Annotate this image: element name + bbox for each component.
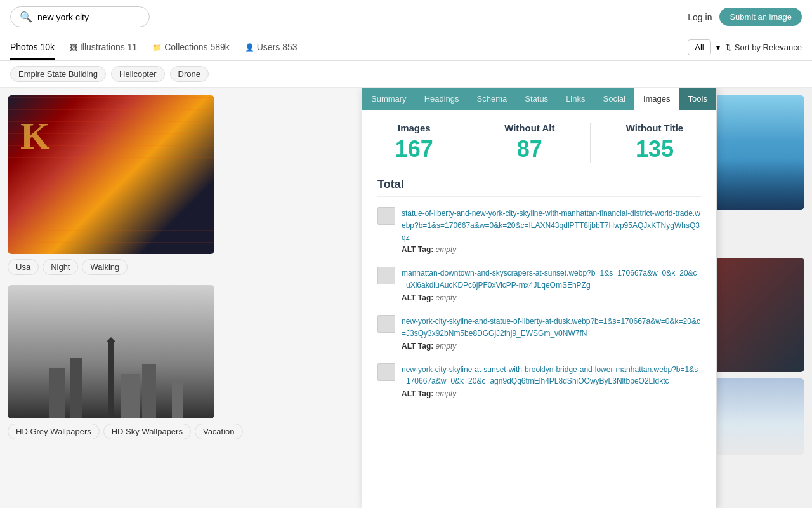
- login-link[interactable]: Log in: [688, 12, 712, 22]
- alt-value: empty: [436, 342, 457, 351]
- users-icon: 👤: [245, 43, 254, 52]
- collections-icon: 📁: [152, 43, 162, 52]
- main-content: K Usa Night Walking HD Grey W: [0, 88, 812, 508]
- tags-row: Empire State Building Helicopter Drone: [0, 61, 812, 88]
- stat-without-title: Without Title 135: [626, 123, 683, 163]
- photo-card-bw-skyline[interactable]: HD Grey Wallpapers HD Sky Wallpapers Vac…: [8, 285, 354, 439]
- tag-helicopter[interactable]: Helicopter: [111, 66, 165, 82]
- stat-without-alt: Without Alt 87: [504, 123, 554, 163]
- search-bar[interactable]: 🔍: [10, 6, 150, 27]
- sort-icon: ⇅: [725, 43, 732, 52]
- alt-value: empty: [436, 293, 457, 302]
- panel-tabs: Summary Headings Schema Status Links Soc…: [362, 88, 716, 110]
- image-thumbnail: [377, 267, 395, 284]
- image-list-item: manhattan-downtown-and-skyscrapers-at-su…: [377, 267, 701, 302]
- chevron-down-icon: ▾: [716, 43, 720, 52]
- tab-illustrations[interactable]: 🖼 Illustrations 11: [70, 36, 137, 60]
- image-list: statue-of-liberty-and-new-york-city-skyl…: [377, 207, 701, 398]
- image-info: new-york-city-skyline-at-sunset-with-bro…: [402, 363, 701, 399]
- submit-image-button[interactable]: Submit an image: [719, 8, 802, 26]
- panel-tab-headings[interactable]: Headings: [416, 88, 468, 110]
- seo-panel: Summary Headings Schema Status Links Soc…: [362, 88, 717, 508]
- panel-tab-tools[interactable]: Tools: [679, 88, 716, 110]
- image-thumbnail: [377, 363, 395, 381]
- image-url-link[interactable]: new-york-city-skyline-and-statue-of-libe…: [402, 317, 700, 338]
- image-thumbnail: [377, 207, 395, 225]
- photo-tags-2: HD Grey Wallpapers HD Sky Wallpapers Vac…: [8, 424, 354, 439]
- photo-tags-1: Usa Night Walking: [8, 259, 354, 275]
- panel-tab-status[interactable]: Status: [516, 88, 557, 110]
- tag-drone[interactable]: Drone: [170, 66, 209, 82]
- alt-label: ALT Tag:: [402, 293, 433, 302]
- stat-divider-1: [469, 123, 469, 163]
- photo-grid: K Usa Night Walking HD Grey W: [0, 88, 362, 508]
- alt-tag-line: ALT Tag: empty: [402, 389, 701, 398]
- image-url-link[interactable]: statue-of-liberty-and-new-york-city-skyl…: [402, 209, 700, 242]
- tag-hd-grey[interactable]: HD Grey Wallpapers: [8, 424, 100, 439]
- search-icon: 🔍: [20, 11, 32, 23]
- panel-tab-social[interactable]: Social: [594, 88, 634, 110]
- illustrations-icon: 🖼: [70, 43, 77, 52]
- photo-card-times-square[interactable]: K Usa Night Walking: [8, 95, 354, 275]
- all-filter-button[interactable]: All: [688, 39, 710, 55]
- tag-usa[interactable]: Usa: [8, 259, 39, 275]
- alt-value: empty: [436, 389, 457, 398]
- tab-photos[interactable]: Photos 10k: [10, 36, 55, 60]
- image-info: new-york-city-skyline-and-statue-of-libe…: [402, 315, 701, 351]
- alt-tag-line: ALT Tag: empty: [402, 293, 701, 302]
- stats-row: Images 167 Without Alt 87 Without Title …: [377, 123, 701, 163]
- image-info: statue-of-liberty-and-new-york-city-skyl…: [402, 207, 701, 254]
- stat-without-alt-value: 87: [504, 136, 554, 163]
- panel-tab-images[interactable]: Images: [634, 88, 679, 110]
- stat-without-title-label: Without Title: [626, 123, 683, 133]
- total-heading: Total: [377, 178, 701, 197]
- stat-images: Images 167: [395, 123, 433, 163]
- image-list-item: new-york-city-skyline-and-statue-of-libe…: [377, 315, 701, 351]
- tag-hd-sky[interactable]: HD Sky Wallpapers: [103, 424, 191, 439]
- image-list-item: statue-of-liberty-and-new-york-city-skyl…: [377, 207, 701, 254]
- panel-content: Images 167 Without Alt 87 Without Title …: [362, 110, 716, 424]
- alt-label: ALT Tag:: [402, 389, 433, 398]
- stat-divider-2: [590, 123, 591, 163]
- alt-label: ALT Tag:: [402, 342, 433, 351]
- tab-collections[interactable]: 📁 Collections 589k: [152, 36, 230, 60]
- image-info: manhattan-downtown-and-skyscrapers-at-su…: [402, 267, 701, 302]
- sort-area: All ▾ ⇅ Sort by Relevance: [688, 39, 802, 55]
- image-url-link[interactable]: manhattan-downtown-and-skyscrapers-at-su…: [402, 269, 697, 290]
- stat-images-value: 167: [395, 136, 433, 163]
- stat-without-title-value: 135: [626, 136, 683, 163]
- tag-walking[interactable]: Walking: [82, 259, 128, 275]
- stat-without-alt-label: Without Alt: [504, 123, 554, 133]
- image-thumbnail: [377, 315, 395, 333]
- alt-label: ALT Tag:: [402, 245, 433, 254]
- image-url-link[interactable]: new-york-city-skyline-at-sunset-with-bro…: [402, 365, 698, 386]
- stat-images-label: Images: [395, 123, 433, 133]
- search-input[interactable]: [37, 12, 140, 22]
- tag-night[interactable]: Night: [43, 259, 78, 275]
- header: 🔍 Log in Submit an image: [0, 0, 812, 34]
- panel-tab-summary[interactable]: Summary: [362, 88, 416, 110]
- panel-tab-links[interactable]: Links: [557, 88, 594, 110]
- nav-tabs-row: Photos 10k 🖼 Illustrations 11 📁 Collecti…: [0, 34, 812, 61]
- tag-empire-state[interactable]: Empire State Building: [10, 66, 106, 82]
- sort-by-relevance[interactable]: ⇅ Sort by Relevance: [725, 43, 802, 52]
- tab-users[interactable]: 👤 Users 853: [245, 36, 298, 60]
- image-list-item: new-york-city-skyline-at-sunset-with-bro…: [377, 363, 701, 399]
- alt-tag-line: ALT Tag: empty: [402, 245, 701, 254]
- tag-vacation[interactable]: Vacation: [195, 424, 243, 439]
- panel-tab-schema[interactable]: Schema: [468, 88, 516, 110]
- alt-tag-line: ALT Tag: empty: [402, 342, 701, 351]
- alt-value: empty: [436, 245, 457, 254]
